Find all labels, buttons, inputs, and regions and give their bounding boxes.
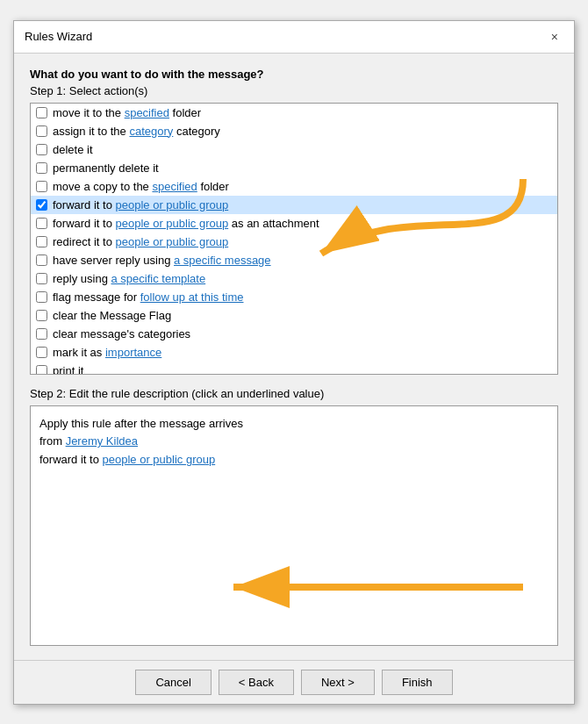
desc-link-from[interactable]: Jeremy Kildea [66, 434, 138, 448]
action-checkbox-9[interactable] [36, 254, 47, 266]
action-text-14: mark it as importance [53, 346, 161, 359]
action-text-12: clear the Message Flag [53, 309, 171, 322]
action-checkbox-5[interactable] [36, 181, 47, 192]
close-button[interactable]: × [546, 28, 563, 46]
action-text-8: redirect it to people or public group [53, 235, 228, 248]
action-checkbox-11[interactable] [36, 291, 47, 303]
desc-line1: Apply this rule after the message arrive… [39, 415, 549, 434]
action-text-4: permanently delete it [53, 161, 159, 175]
action-text-10: reply using a specific template [53, 272, 205, 285]
action-text-7: forward it to people or public group as … [53, 217, 319, 230]
action-link-5[interactable]: specified [152, 180, 197, 193]
description-box: Apply this rule after the message arrive… [30, 405, 558, 646]
action-link-14[interactable]: importance [105, 346, 161, 359]
list-item[interactable]: forward it to people or public group [31, 196, 557, 214]
step1-label: Step 1: Select action(s) [30, 84, 558, 97]
action-text-3: delete it [53, 143, 93, 156]
action-checkbox-2[interactable] [36, 125, 47, 137]
action-text-6: forward it to people or public group [53, 198, 228, 211]
header-question: What do you want to do with the message? [30, 68, 558, 81]
list-item[interactable]: mark it as importance [31, 343, 557, 362]
list-item[interactable]: delete it [31, 140, 557, 159]
action-text-13: clear message's categories [53, 327, 190, 340]
next-button[interactable]: Next > [301, 670, 375, 695]
action-checkbox-4[interactable] [36, 162, 47, 174]
action-checkbox-10[interactable] [36, 273, 47, 284]
list-item[interactable]: redirect it to people or public group [31, 233, 557, 251]
action-link-2[interactable]: category [129, 125, 173, 138]
list-item[interactable]: assign it to the category category [31, 122, 557, 140]
list-item[interactable]: move it to the specified folder [31, 104, 557, 122]
list-item[interactable]: forward it to people or public group as … [31, 214, 557, 233]
list-item[interactable]: print it [31, 362, 557, 375]
action-checkbox-15[interactable] [36, 365, 47, 375]
action-text-1: move it to the specified folder [53, 106, 201, 119]
list-item[interactable]: flag message for follow up at this time [31, 288, 557, 306]
actions-list: move it to the specified folderassign it… [30, 103, 558, 375]
action-checkbox-7[interactable] [36, 218, 47, 229]
rules-wizard-dialog: Rules Wizard × What do you want to do wi… [13, 20, 575, 705]
action-text-5: move a copy to the specified folder [53, 180, 229, 193]
action-checkbox-14[interactable] [36, 347, 47, 358]
action-link-8[interactable]: people or public group [116, 235, 229, 248]
desc-line2: from Jeremy Kildea [39, 433, 549, 451]
cancel-button[interactable]: Cancel [135, 670, 211, 695]
action-text-11: flag message for follow up at this time [53, 290, 244, 304]
dialog-title: Rules Wizard [25, 30, 92, 43]
action-checkbox-1[interactable] [36, 107, 47, 118]
finish-button[interactable]: Finish [382, 670, 453, 695]
step2-label: Step 2: Edit the rule description (click… [30, 387, 558, 400]
list-item[interactable]: reply using a specific template [31, 269, 557, 288]
action-link-11[interactable]: follow up at this time [140, 290, 244, 304]
desc-link-forward[interactable]: people or public group [103, 453, 216, 466]
desc-line3: forward it to people or public group [39, 451, 549, 470]
main-content: What do you want to do with the message?… [14, 54, 574, 660]
back-button[interactable]: < Back [219, 670, 294, 695]
action-checkbox-8[interactable] [36, 236, 47, 247]
action-link-1[interactable]: specified [125, 106, 169, 119]
list-item[interactable]: move a copy to the specified folder [31, 177, 557, 196]
action-checkbox-3[interactable] [36, 144, 47, 155]
action-link-7[interactable]: people or public group [116, 217, 229, 230]
action-text-2: assign it to the category category [53, 125, 220, 138]
dialog-footer: Cancel < Back Next > Finish [14, 660, 574, 704]
list-item[interactable]: clear the Message Flag [31, 306, 557, 325]
action-text-15: print it [53, 364, 83, 375]
action-checkbox-13[interactable] [36, 328, 47, 340]
action-link-10[interactable]: a specific template [111, 272, 205, 285]
action-link-9[interactable]: a specific message [174, 254, 271, 267]
action-checkbox-6[interactable] [36, 199, 47, 211]
action-text-9: have server reply using a specific messa… [53, 254, 271, 267]
list-item[interactable]: permanently delete it [31, 159, 557, 177]
list-item[interactable]: clear message's categories [31, 325, 557, 343]
action-checkbox-12[interactable] [36, 310, 47, 321]
action-link-6[interactable]: people or public group [116, 198, 229, 211]
title-bar: Rules Wizard × [14, 21, 574, 54]
list-item[interactable]: have server reply using a specific messa… [31, 251, 557, 269]
